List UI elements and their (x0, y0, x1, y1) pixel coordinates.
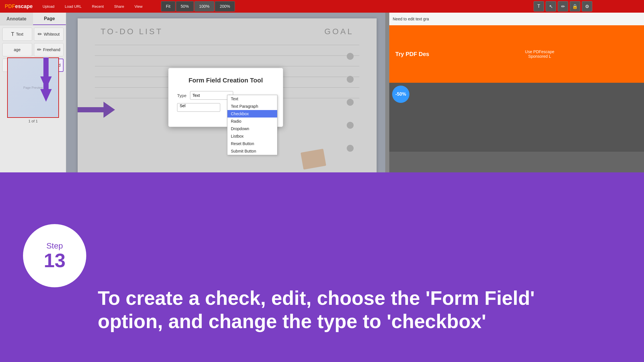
text-icon: T (11, 31, 14, 37)
text-tool-button[interactable]: T Text (2, 28, 32, 41)
sale-badge: -50% (392, 86, 409, 103)
zoom-controls: Fit 50% 100% 200% (161, 1, 235, 11)
need-to-edit-text: Need to edit text gra (393, 17, 429, 21)
modal-title: Form Field Creation Tool (177, 77, 274, 84)
recent-button[interactable]: Recent (87, 0, 109, 13)
right-panel: Need to edit text gra Try PDF Des Use PD… (389, 13, 644, 185)
ad-sale[interactable]: -50% (389, 83, 644, 152)
modal-overlay: Form Field Creation Tool Type Text ▾ Sel (66, 13, 385, 182)
logo-area[interactable]: PDFescape (0, 0, 37, 13)
logo-text: PDFescape (5, 3, 32, 9)
up-arrow-indicator (40, 57, 52, 102)
whiteout-tool-button[interactable]: ✏ Whiteout (34, 28, 64, 41)
dropdown-option-checkbox[interactable]: Checkbox (227, 110, 277, 118)
view-button[interactable]: View (129, 0, 148, 13)
type-select[interactable]: Text ▾ (190, 91, 233, 100)
ad-windows-text: Try PDF Des (395, 51, 429, 57)
freehand-icon: ✏ (37, 47, 41, 53)
lock-icon[interactable]: 🔒 (570, 1, 580, 11)
zoom-100-button[interactable]: 100% (194, 1, 214, 11)
dropdown-option-radio[interactable]: Radio (227, 118, 277, 125)
step-circle: Step 13 (23, 224, 86, 287)
wave-svg (0, 172, 644, 195)
whiteout-tool-label: Whiteout (44, 32, 60, 36)
load-url-button[interactable]: Load URL (60, 0, 87, 13)
page-tool-button[interactable]: age (2, 43, 32, 56)
tool-row-2: age ✏ Freehand (0, 41, 66, 56)
text-tool-icon[interactable]: T (534, 1, 544, 11)
zoom-50-button[interactable]: 50% (176, 1, 194, 11)
text-tool-label: Text (16, 32, 23, 36)
need-to-edit-bar: Need to edit text gra (389, 13, 644, 25)
instruction-line2: option, and change the type to 'checkbox… (98, 310, 615, 333)
bottom-container: Step 13 To create a check, edit, choose … (0, 172, 644, 362)
dropdown-option-listbox[interactable]: Listbox (227, 132, 277, 140)
whiteout-icon: ✏ (38, 31, 42, 37)
dropdown-option-submitbutton[interactable]: Submit Button (227, 147, 277, 155)
dropdown-option-dropdown[interactable]: Dropdown (227, 125, 277, 132)
page-tab[interactable]: Page (33, 13, 66, 25)
share-button[interactable]: Share (109, 0, 129, 13)
dropdown-option-resetbutton[interactable]: Reset Button (227, 140, 277, 147)
settings-icon[interactable]: ⚙ (582, 1, 592, 11)
tool-row-1: T Text ✏ Whiteout (0, 25, 66, 41)
right-tools: T ↖ ✏ 🔒 ⚙ (534, 1, 592, 11)
instruction-line1: To create a check, edit, choose the 'For… (98, 286, 615, 310)
bottom-bg (0, 172, 644, 362)
upload-button[interactable]: Upload (37, 0, 60, 13)
cursor-icon[interactable]: ↖ (546, 1, 556, 11)
step-number: 13 (44, 251, 66, 270)
freehand-tool-label: Freehand (43, 47, 60, 52)
ad-banner-text: Use PDFescape Sponsored L (525, 49, 554, 59)
panel-tabs: Annotate Page (0, 13, 66, 25)
selected-type-text: Text (193, 93, 200, 98)
thumbnail-label: 1 of 1 (1, 119, 65, 123)
zoom-200-button[interactable]: 200% (215, 1, 235, 11)
dropdown-option-textparagraph[interactable]: Text Paragraph (227, 103, 277, 110)
bottom-text: To create a check, edit, choose the 'For… (98, 286, 615, 333)
type-label: Type (177, 93, 187, 98)
annotate-tab[interactable]: Annotate (0, 13, 33, 25)
type-dropdown-list: Text Text Paragraph Checkbox Radio Dropd… (227, 95, 277, 155)
thumbnail-area: Page Preview 1 of 1 (1, 57, 65, 123)
dropdown-option-text[interactable]: Text (227, 95, 277, 103)
fit-zoom-button[interactable]: Fit (161, 1, 175, 11)
freehand-tool-button[interactable]: ✏ Freehand (34, 43, 64, 56)
page-label: age (14, 47, 20, 52)
ad-banner[interactable]: Use PDFescape Sponsored L (435, 25, 644, 83)
pencil-icon[interactable]: ✏ (558, 1, 568, 11)
windows-ad[interactable]: Try PDF Des (389, 25, 435, 83)
sel-input[interactable]: Sel (177, 103, 220, 112)
